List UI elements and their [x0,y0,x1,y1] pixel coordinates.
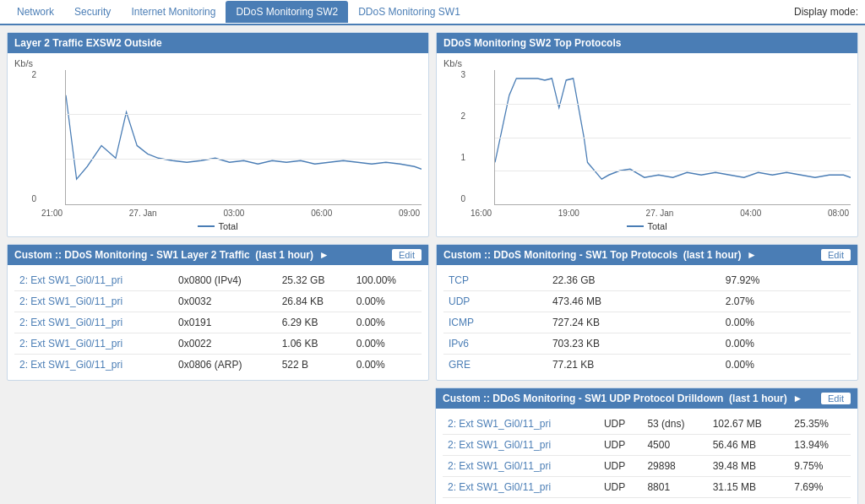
legend-line-icon [627,225,644,227]
chart-left-legend-label: Total [218,221,237,231]
panel-layer2-title: Layer 2 Traffic EXSW2 Outside [14,37,162,49]
chart-right-legend-label: Total [647,221,666,231]
table-row: IPv6703.23 KB0.00% [443,333,851,355]
grid-line [66,114,422,115]
udp-row-spacer [7,387,428,504]
panel-udp-table: Custom :: DDoS Monitoring - SW1 UDP Prot… [435,387,858,504]
chart-left-xlabels: 21:00 27. Jan 03:00 06:00 09:00 [40,209,422,218]
tables-row: Custom :: DDoS Monitoring - SW1 Layer 2 … [7,244,858,381]
tab-network[interactable]: Network [7,1,64,23]
table-row: UDP473.46 MB2.07% [443,291,851,312]
layer2-table-edit-button[interactable]: Edit [392,249,422,261]
table-row: 2: Ext SW1_Gi0/11_pri0x00221.06 KB0.00% [14,333,422,355]
udp-data-table: 2: Ext SW1_Gi0/11_priUDP53 (dns)102.67 M… [443,414,851,504]
tab-ddos-sw1[interactable]: DDoS Monitoring SW1 [348,1,471,23]
chart-left-legend: Total [14,221,422,231]
grid-line [495,104,851,105]
panel-protocols-header: DDoS Monitoring SW2 Top Protocols [437,33,857,53]
udp-table-edit-button[interactable]: Edit [821,393,851,404]
protocols-table-edit-button[interactable]: Edit [821,249,851,261]
panel-layer2-table: Custom :: DDoS Monitoring - SW1 Layer 2 … [7,244,429,381]
display-mode-label: Display mode: [794,6,858,18]
panel-protocols-chart: DDoS Monitoring SW2 Top Protocols Kb/s 3… [436,32,858,237]
table-row: 2: Ext SW1_Gi0/11_priUDP880131.15 MB7.69… [443,477,851,498]
panel-layer2-chart: Layer 2 Traffic EXSW2 Outside Kb/s 2 0 [7,32,429,237]
table-row: 2: Ext SW1_Gi0/11_priUDP102726.74 MB6.60… [443,498,851,505]
tab-ddos-sw2[interactable]: DDoS Monitoring SW2 [226,1,348,23]
table-row: 2: Ext SW1_Gi0/11_priUDP450056.46 MB13.9… [443,435,851,456]
chart-left-svg [66,70,422,204]
panel-protocols-table-body: TCP22.36 GB97.92%UDP473.46 MB2.07%ICMP72… [437,265,857,380]
table-row: GRE77.21 KB0.00% [443,355,851,376]
panel-layer2-table-body: 2: Ext SW1_Gi0/11_pri0x0800 (IPv4)25.32 … [8,265,428,380]
grid-line [495,171,851,171]
table-row: 2: Ext SW1_Gi0/11_priUDP53 (dns)102.67 M… [443,414,851,435]
panel-protocols-table: Custom :: DDoS Monitoring - SW1 Top Prot… [436,244,858,381]
chart-right-xlabels: 16:00 19:00 27. Jan 04:00 08:00 [469,209,851,218]
tab-internet-monitoring[interactable]: Internet Monitoring [121,1,226,23]
grid-line [66,159,422,160]
chart-left-ylabel: Kb/s [14,58,422,68]
charts-row: Layer 2 Traffic EXSW2 Outside Kb/s 2 0 [7,32,858,237]
table-row: TCP22.36 GB97.92% [443,270,851,291]
table-row: 2: Ext SW1_Gi0/11_pri0x003226.84 KB0.00% [14,291,422,312]
panel-layer2-header: Layer 2 Traffic EXSW2 Outside [8,33,428,53]
panel-protocols-title: DDoS Monitoring SW2 Top Protocols [443,37,621,49]
tab-security[interactable]: Security [64,1,121,23]
layer2-data-table: 2: Ext SW1_Gi0/11_pri0x0800 (IPv4)25.32 … [14,270,422,375]
chart-right-canvas [494,70,851,205]
panel-protocols-body: Kb/s 3 2 1 0 [437,53,857,236]
panel-layer2-table-title: Custom :: DDoS Monitoring - SW1 Layer 2 … [14,249,329,261]
udp-row: Custom :: DDoS Monitoring - SW1 UDP Prot… [7,387,858,504]
grid-line [495,138,851,138]
panel-layer2-table-header: Custom :: DDoS Monitoring - SW1 Layer 2 … [8,245,428,265]
table-row: 2: Ext SW1_Gi0/11_pri0x01916.29 KB0.00% [14,312,422,333]
table-row: ICMP727.24 KB0.00% [443,312,851,333]
chart-right-yticks: 3 2 1 0 [443,70,465,205]
main-content: Layer 2 Traffic EXSW2 Outside Kb/s 2 0 [0,25,865,504]
legend-line-icon [198,225,215,227]
chart-right-legend: Total [443,221,851,231]
panel-udp-table-header: Custom :: DDoS Monitoring - SW1 UDP Prot… [436,388,857,409]
protocols-data-table: TCP22.36 GB97.92%UDP473.46 MB2.07%ICMP72… [443,270,851,375]
panel-udp-table-body: 2: Ext SW1_Gi0/11_priUDP53 (dns)102.67 M… [436,409,857,504]
chart-right-ylabel: Kb/s [443,58,851,68]
panel-protocols-table-title: Custom :: DDoS Monitoring - SW1 Top Prot… [443,249,757,261]
table-row: 2: Ext SW1_Gi0/11_pri0x0800 (IPv4)25.32 … [14,270,422,291]
panel-protocols-table-header: Custom :: DDoS Monitoring - SW1 Top Prot… [437,245,857,265]
chart-left-yticks: 2 0 [14,70,36,205]
top-navigation: Network Security Internet Monitoring DDo… [0,0,865,25]
chart-left-canvas [65,70,422,205]
panel-layer2-body: Kb/s 2 0 21:00 27. [8,53,428,236]
panel-udp-table-title: Custom :: DDoS Monitoring - SW1 UDP Prot… [443,393,802,404]
table-row: 2: Ext SW1_Gi0/11_pri0x0806 (ARP)522 B0.… [14,355,422,376]
table-row: 2: Ext SW1_Gi0/11_priUDP2989839.48 MB9.7… [443,456,851,477]
